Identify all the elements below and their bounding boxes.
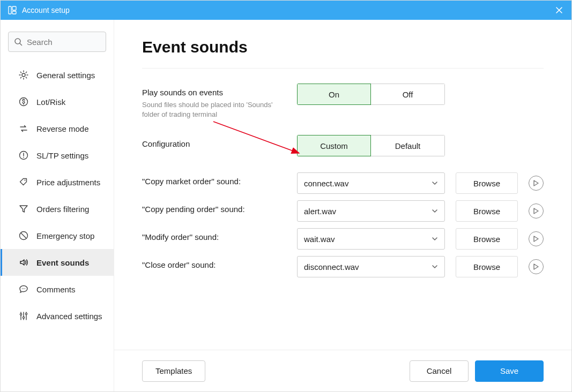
sidebar-item-label: Emergency stop [36, 231, 94, 240]
sidebar-item-label: SL/TP settings [36, 151, 88, 160]
dollar-icon [18, 96, 29, 107]
filter-icon [18, 203, 29, 214]
sidebar-item-label: Price adjustments [36, 178, 100, 187]
configuration-toggle: Custom Default [297, 135, 445, 156]
window: Account setup Ge [0, 0, 572, 392]
sound-label: "Close order" sound: [142, 260, 297, 269]
chevron-down-icon [432, 236, 438, 242]
sidebar-item-comments[interactable]: Comments [1, 276, 114, 303]
sidebar: General settings Lot/Risk Reverse mode [1, 20, 114, 391]
sidebar-item-price-adjustments[interactable]: Price adjustments [1, 169, 114, 195]
search-input[interactable] [27, 37, 100, 47]
chevron-down-icon [432, 180, 438, 186]
body: General settings Lot/Risk Reverse mode [1, 20, 571, 391]
sound-select-modify[interactable]: wait.wav [297, 228, 445, 250]
window-title: Account setup [22, 6, 554, 14]
alert-circle-icon [18, 150, 29, 161]
sidebar-item-label: Reverse mode [36, 124, 89, 133]
sidebar-item-label: Advanced settings [36, 312, 102, 321]
sidebar-item-advanced-settings[interactable]: Advanced settings [1, 303, 114, 329]
sidebar-item-label: Orders filtering [36, 205, 89, 214]
close-icon[interactable] [554, 5, 564, 15]
play-sounds-label: Play sounds on events [142, 88, 297, 97]
browse-button[interactable]: Browse [456, 172, 518, 194]
select-value: alert.wav [304, 207, 336, 216]
chevron-down-icon [432, 208, 438, 214]
play-sounds-toggle: On Off [297, 84, 445, 105]
select-value: disconnect.wav [304, 262, 359, 272]
svg-point-7 [23, 157, 24, 158]
sidebar-item-lot-risk[interactable]: Lot/Risk [1, 88, 114, 115]
tag-icon [18, 177, 29, 187]
play-sounds-on-button[interactable]: On [297, 84, 371, 105]
page-title: Event sounds [142, 38, 544, 56]
svg-point-4 [22, 73, 25, 77]
chevron-down-icon [432, 263, 438, 270]
nav: General settings Lot/Risk Reverse mode [1, 62, 114, 329]
sidebar-item-label: Comments [36, 285, 76, 294]
divider [142, 68, 544, 69]
swap-icon [18, 123, 29, 134]
ban-icon [18, 230, 29, 241]
search-icon [14, 37, 23, 46]
sidebar-item-general-settings[interactable]: General settings [1, 62, 114, 88]
play-icon[interactable] [529, 231, 544, 246]
comment-icon [18, 284, 29, 295]
svg-point-14 [23, 316, 24, 318]
svg-point-12 [25, 288, 25, 289]
titlebar: Account setup [1, 1, 571, 20]
play-icon[interactable] [529, 203, 544, 218]
footer: Templates Cancel Save [114, 350, 571, 391]
cancel-button[interactable]: Cancel [410, 360, 469, 382]
play-icon[interactable] [529, 259, 544, 274]
configuration-custom-button[interactable]: Custom [297, 135, 371, 156]
svg-point-15 [25, 313, 27, 314]
sidebar-item-label: Event sounds [36, 258, 89, 267]
sound-select-close[interactable]: disconnect.wav [297, 256, 445, 277]
select-value: connect.wav [304, 179, 348, 188]
form-area: Play sounds on events Sound files should… [142, 84, 544, 350]
select-value: wait.wav [304, 235, 335, 244]
svg-rect-0 [9, 6, 11, 14]
sidebar-item-orders-filtering[interactable]: Orders filtering [1, 195, 114, 222]
sliders-icon [18, 311, 29, 321]
browse-button[interactable]: Browse [456, 200, 518, 222]
sound-label: "Copy pending order" sound: [142, 205, 297, 214]
app-icon [8, 6, 17, 14]
templates-button[interactable]: Templates [142, 360, 205, 382]
svg-point-8 [25, 180, 26, 181]
svg-point-13 [20, 313, 21, 315]
svg-rect-1 [12, 6, 16, 10]
sidebar-item-label: General settings [36, 71, 95, 80]
sidebar-item-label: Lot/Risk [36, 97, 65, 107]
play-sounds-hint: Sound files should be placed into 'Sound… [142, 100, 281, 119]
volume-icon [18, 257, 29, 268]
browse-button[interactable]: Browse [456, 228, 518, 250]
configuration-default-button[interactable]: Default [371, 135, 445, 156]
svg-point-11 [23, 288, 24, 289]
sound-select-copy-pending[interactable]: alert.wav [297, 200, 445, 222]
sidebar-item-emergency-stop[interactable]: Emergency stop [1, 222, 114, 249]
svg-rect-2 [12, 11, 16, 14]
sound-select-copy-market[interactable]: connect.wav [297, 172, 445, 194]
main: Event sounds Play sounds on events Sound… [114, 20, 571, 391]
sidebar-item-reverse-mode[interactable]: Reverse mode [1, 115, 114, 142]
sound-label: "Copy market order" sound: [142, 177, 297, 186]
search-input-wrap[interactable] [8, 32, 106, 52]
play-icon[interactable] [529, 176, 544, 191]
gear-icon [18, 70, 29, 80]
configuration-label: Configuration [142, 139, 297, 148]
sidebar-item-sl-tp-settings[interactable]: SL/TP settings [1, 142, 114, 169]
browse-button[interactable]: Browse [456, 256, 518, 277]
svg-point-10 [22, 288, 23, 289]
save-button[interactable]: Save [475, 360, 544, 382]
sidebar-item-event-sounds[interactable]: Event sounds [1, 249, 114, 276]
sound-label: "Modify order" sound: [142, 232, 297, 242]
play-sounds-off-button[interactable]: Off [371, 84, 445, 105]
